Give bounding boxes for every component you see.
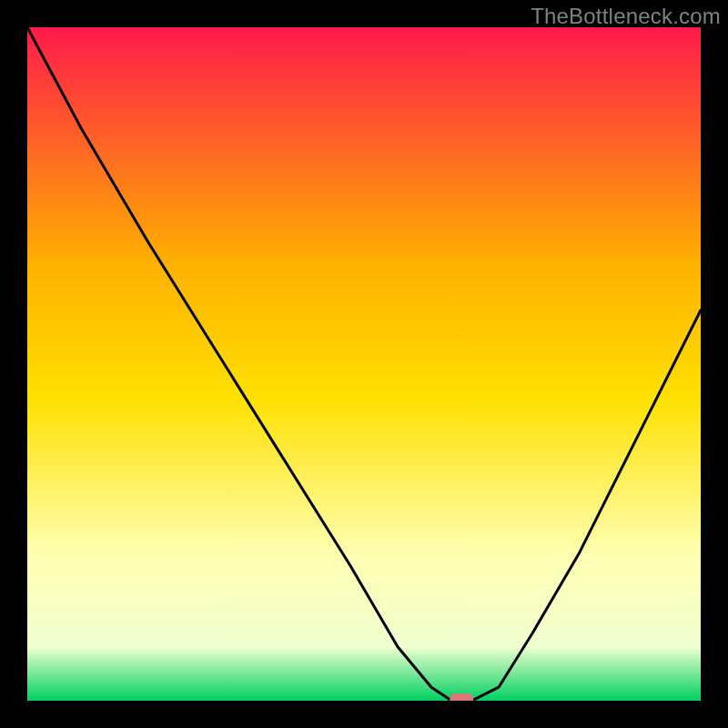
chart-frame: TheBottleneck.com: [0, 0, 728, 728]
optimal-marker: [450, 693, 473, 701]
watermark-text: TheBottleneck.com: [531, 4, 721, 29]
gradient-background: [27, 27, 701, 701]
bottleneck-plot: [27, 27, 701, 701]
plot-svg: [27, 27, 701, 701]
